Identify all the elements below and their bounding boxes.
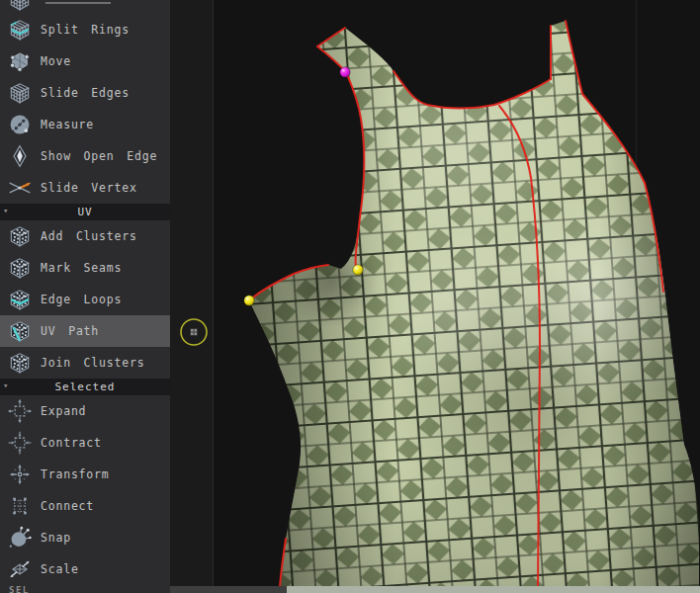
tool-label: Scale	[41, 562, 79, 576]
measure-circle-icon	[5, 112, 35, 137]
cube-wire-icon	[5, 80, 35, 106]
tool-item-split-rings[interactable]: Split Rings	[0, 14, 170, 45]
transform-arrows-icon	[5, 462, 35, 487]
section-header-selected[interactable]: ▾ Selected	[0, 379, 170, 395]
cube-checker-icon	[5, 255, 35, 281]
collapse-arrow-icon: ▾	[3, 206, 9, 215]
section-title: UV	[77, 206, 92, 218]
tool-label: Transform	[41, 467, 110, 481]
tool-label: Expand	[41, 404, 86, 418]
snap-sphere-icon	[5, 525, 35, 551]
tool-item-move[interactable]: Move	[0, 45, 170, 77]
sel-mode-label: SEL	[9, 585, 30, 593]
cube-ring-icon	[5, 17, 35, 42]
marker-highlight	[342, 69, 344, 71]
cube-checker-icon	[5, 350, 35, 376]
tool-item-snap[interactable]: Snap	[0, 522, 170, 553]
tool-label: UV Path	[41, 324, 99, 338]
vertex-cross-icon	[5, 175, 35, 201]
tool-label: Snap	[41, 531, 71, 545]
tool-item-show-open-edge[interactable]: Show Open Edge	[0, 140, 170, 172]
collapse-arrow-icon: ▾	[3, 381, 9, 390]
tool-label: Add Clusters	[41, 229, 137, 243]
cube-path-icon	[5, 318, 35, 344]
cube-wire-icon	[5, 0, 35, 13]
cube-checker-icon	[5, 223, 35, 249]
clipped-label-fragment	[45, 2, 111, 4]
tool-label: Show Open Edge	[41, 149, 157, 163]
vertex-magenta	[340, 67, 350, 77]
tool-item-measure[interactable]: Measure	[0, 109, 170, 140]
viewport-3d[interactable]	[170, 0, 700, 593]
tool-item-slide-vertex[interactable]: Slide Vertex	[0, 172, 170, 204]
grid-contract-icon	[5, 430, 35, 456]
tool-item-scale[interactable]: Scale	[0, 553, 170, 585]
tool-item-contract[interactable]: Contract	[0, 427, 170, 459]
tool-label: Contract	[41, 436, 102, 450]
garment-mesh-scene	[170, 0, 700, 593]
grid-connect-icon	[5, 493, 35, 519]
tool-label: Slide Edges	[41, 86, 130, 100]
tool-item-expand[interactable]: Expand	[0, 395, 170, 427]
tool-item-transform[interactable]: Transform	[0, 459, 170, 490]
scale-diamond-icon	[5, 556, 35, 582]
tool-label: Slide Vertex	[41, 181, 137, 195]
tool-item-uv-path[interactable]: UV Path	[0, 315, 170, 347]
tool-item-add-clusters[interactable]: Add Clusters	[0, 220, 170, 252]
cube-loop-icon	[5, 287, 35, 312]
marker-highlight	[355, 267, 357, 269]
tool-item-connect[interactable]: Connect	[0, 490, 170, 522]
section-title: Selected	[55, 381, 116, 393]
tool-label: Measure	[41, 118, 94, 131]
tool-item-mark-seams[interactable]: Mark Seams	[0, 252, 170, 284]
tool-label: Join Clusters	[41, 356, 144, 370]
panel-gap-strip	[170, 0, 213, 593]
vertex-yellow-right	[353, 265, 363, 275]
tool-label: Connect	[41, 499, 94, 513]
horizontal-scrollbar-track[interactable]	[170, 586, 700, 593]
marker-highlight	[246, 297, 248, 299]
grid-expand-icon	[5, 398, 35, 424]
tool-item-slide-edges[interactable]: Slide Edges	[0, 77, 170, 109]
app-window: Split Rings Move Slide Edges Measure Sho…	[0, 0, 700, 593]
tool-item-partial[interactable]	[0, 0, 170, 14]
tool-label: Move	[41, 54, 71, 68]
vertex-yellow-left	[244, 296, 254, 305]
tool-label: Edge Loops	[41, 293, 122, 306]
open-edge-diamond-icon	[5, 143, 35, 169]
section-header-uv[interactable]: ▾ UV	[0, 204, 170, 220]
tool-item-join-clusters[interactable]: Join Clusters	[0, 347, 170, 379]
horizontal-scrollbar-thumb[interactable]	[287, 586, 700, 593]
tool-item-edge-loops[interactable]: Edge Loops	[0, 284, 170, 315]
tool-sidebar: Split Rings Move Slide Edges Measure Sho…	[0, 0, 170, 593]
move-handle-icon	[5, 48, 35, 74]
viewport-border-line	[213, 0, 214, 593]
tool-label: Split Rings	[41, 23, 130, 37]
tool-label: Mark Seams	[41, 261, 122, 275]
